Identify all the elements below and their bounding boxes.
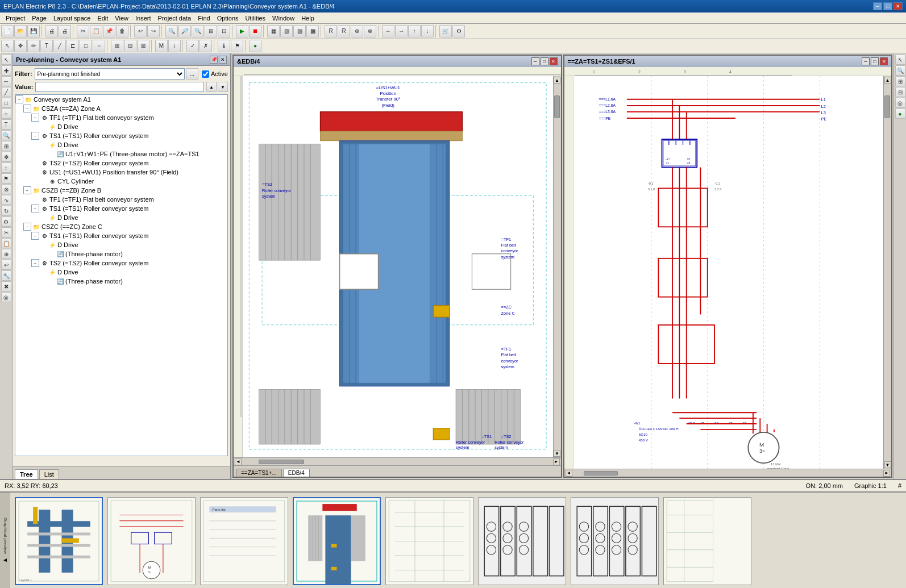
scroll-down[interactable]: ▼ [554,450,560,457]
left-tool-23[interactable]: ◎ [1,292,11,302]
tree-item[interactable]: ⚙TF1 (=TF1) Flat belt conveyor system [15,195,227,204]
edb-minimize[interactable]: ─ [531,57,539,65]
tb-paste[interactable]: 📌 [103,25,115,37]
tb-sym2[interactable]: ⊗ [364,25,376,37]
tb2-move[interactable]: ✥ [14,40,27,52]
left-tool-21[interactable]: 🔧 [1,270,11,281]
tb2-check[interactable]: ✓ [186,40,199,52]
sch-scroll-left[interactable]: ◄ [566,470,572,477]
menu-page[interactable]: Page [28,14,50,23]
close-button[interactable]: ✕ [893,2,903,10]
left-tool-16[interactable]: ⚙ [1,216,11,227]
right-tool-3[interactable]: ⊞ [895,76,905,86]
tab-tree[interactable]: Tree [15,469,38,479]
tb-open[interactable]: 📂 [14,25,27,37]
filter-options-btn[interactable]: ... [186,68,198,80]
thumbnail-5[interactable] [385,497,473,585]
tree-item[interactable]: ⚡D Drive [15,240,227,249]
tree-expander[interactable]: − [15,95,23,103]
left-tool-17[interactable]: ✂ [1,227,11,237]
tb-print[interactable]: 🖨 [45,25,58,37]
tree-item[interactable]: 🔄(Three-phase motor) [15,277,227,286]
tb2-line[interactable]: ╱ [53,40,66,52]
sch-scroll-right[interactable]: ► [883,470,890,477]
sch-scroll-up[interactable]: ▲ [884,77,891,84]
tree-item[interactable]: −⚙TS1 (=TS1) Roller conveyor system [15,204,227,213]
tree-container[interactable]: −📁Conveyor system A1−📁CSZA (==ZA) Zone A… [15,94,228,456]
tb-extra[interactable]: ⚙ [452,25,465,37]
left-tool-13[interactable]: ⊗ [1,184,11,194]
left-tool-5[interactable]: □ [1,98,11,108]
tb-cut[interactable]: ✂ [77,25,89,37]
active-checkbox[interactable] [202,70,209,78]
menu-insert[interactable]: Insert [132,14,155,23]
tb-grid4[interactable]: ▩ [306,25,319,37]
thumbnail-2[interactable]: M 3~ [107,497,196,585]
tree-expander[interactable]: − [31,114,39,122]
thumbnail-1[interactable]: Layout 1 [15,497,103,585]
tb2-green[interactable]: ● [249,40,261,52]
tb-zoompage[interactable]: ⊡ [218,25,230,37]
tb-stop[interactable]: ⏹ [249,25,261,37]
tb-arrow2[interactable]: → [395,25,408,37]
sch-scrollbar-v[interactable]: ▲ ▼ [883,76,891,469]
right-tool-6[interactable]: ● [895,109,905,119]
left-tool-11[interactable]: ↕ [1,162,11,173]
left-tool-10[interactable]: ✥ [1,152,11,162]
left-tool-14[interactable]: ∿ [1,195,11,205]
left-tool-6[interactable]: ○ [1,109,11,119]
sch-hscroll-track[interactable] [572,470,884,476]
tb2-comp1[interactable]: ⊞ [111,40,123,52]
tb-undo[interactable]: ↩ [134,25,147,37]
scroll-track[interactable] [554,84,561,449]
right-tool-4[interactable]: ⊟ [895,87,905,97]
scroll-thumb[interactable] [554,95,560,118]
tab-list[interactable]: List [39,469,59,479]
tree-item[interactable]: ⚙TS2 (=TS2) Roller conveyor system [15,159,227,168]
nav-down[interactable]: ▼ [218,82,228,92]
tree-item[interactable]: ⚡D Drive [15,122,227,131]
tab-edb4[interactable]: EDB/4 [283,469,310,477]
right-tool-2[interactable]: 🔍 [895,65,905,76]
tb2-comp2[interactable]: ⊟ [124,40,136,52]
tree-item[interactable]: −📁CSZC (==ZC) Zone C [15,222,227,231]
left-tool-19[interactable]: ⊕ [1,249,11,259]
value-input[interactable] [35,82,204,92]
left-tool-1[interactable]: ↖ [1,55,11,65]
tree-expander[interactable]: − [23,223,31,231]
right-tool-5[interactable]: ◎ [895,98,905,108]
tb2-flag[interactable]: ⚑ [231,40,243,52]
menu-view[interactable]: View [111,14,132,23]
tb-shop[interactable]: 🛒 [439,25,452,37]
tree-expander[interactable]: − [31,259,39,267]
tree-expander[interactable]: − [23,186,31,194]
tb-print2[interactable]: 🖨 [59,25,71,37]
tree-item[interactable]: ⚙US1 (=US1+WU1) Position transfer 90° (F… [15,168,227,177]
scroll-up[interactable]: ▲ [554,77,560,84]
hscroll-track[interactable] [242,459,553,465]
tb-new[interactable]: 📄 [1,25,14,37]
tb2-m1[interactable]: M [155,40,168,52]
left-tool-2[interactable]: ✚ [1,65,11,76]
tb-sym1[interactable]: ⊕ [351,25,363,37]
tb-redo[interactable]: ↪ [147,25,160,37]
menu-project[interactable]: Project [2,14,28,23]
tb2-info[interactable]: ℹ [218,40,230,52]
tree-item[interactable]: ⚡D Drive [15,268,227,277]
filter-select[interactable]: Pre-planning not finished [35,68,185,80]
menu-layout-space[interactable]: Layout space [50,14,94,23]
sch-scrollbar-h[interactable]: ◄ ► [564,469,892,477]
sch-maximize[interactable]: □ [871,57,879,65]
nav-up[interactable]: ▲ [206,82,217,92]
minimize-button[interactable]: ─ [873,2,882,10]
edb-maximize[interactable]: □ [541,57,548,65]
tree-expander[interactable]: − [23,105,31,112]
tb2-x[interactable]: ✗ [200,40,212,52]
tb-play[interactable]: ▶ [236,25,248,37]
tree-item[interactable]: −📁CSZA (==ZA) Zone A [15,104,227,113]
menu-help[interactable]: Help [298,14,318,23]
sch-scroll-track[interactable] [884,84,891,461]
edb-scrollbar-v[interactable]: ▲ ▼ [553,76,561,457]
tb-zoomfit[interactable]: ⊞ [205,25,217,37]
tb-grid2[interactable]: ▧ [280,25,293,37]
